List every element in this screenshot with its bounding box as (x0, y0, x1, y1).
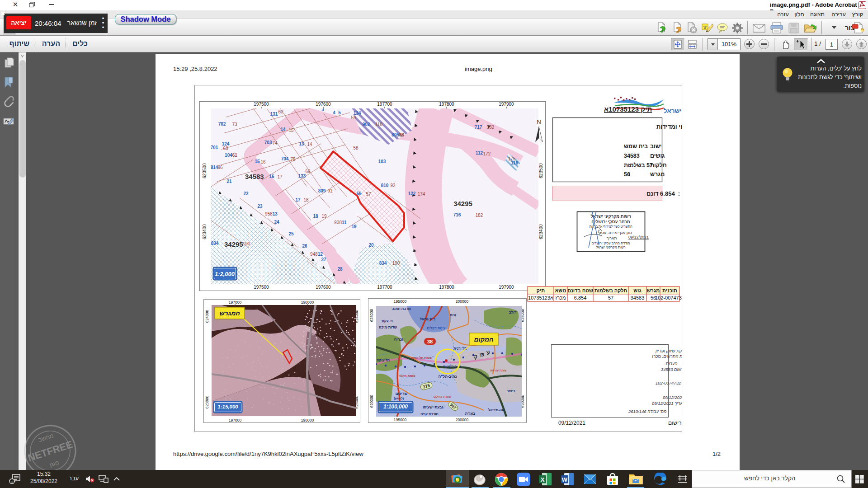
svg-text:197600: 197600 (316, 285, 331, 290)
svg-text:26: 26 (302, 244, 307, 249)
svg-text:חלקה בשלמות: חלקה בשלמות (594, 288, 627, 293)
svg-text:122: 122 (408, 191, 416, 196)
svg-text:809: 809 (318, 188, 326, 193)
svg-text:623400: 623400 (202, 224, 207, 239)
svg-text:תיק: תיק (537, 288, 545, 293)
svg-text:סגן אגף מרחב עסקי: סגן אגף מרחב עסקי (598, 230, 632, 235)
svg-text:197700: 197700 (377, 102, 392, 107)
svg-text:197000: 197000 (229, 418, 242, 422)
svg-text:56: 56 (356, 191, 362, 196)
svg-text:80588: 80588 (392, 132, 404, 137)
svg-text:ח. עקוד: ח. עקוד (381, 319, 393, 323)
svg-text:רשות מקרקעי ישראל: רשות מקרקעי ישראל (664, 108, 682, 114)
svg-text:N: N (537, 118, 541, 125)
svg-text:14: 14 (280, 127, 286, 132)
svg-text:19: 19 (351, 224, 357, 229)
svg-text:73: 73 (232, 122, 237, 127)
svg-text:1:100,000: 1:100,000 (383, 404, 408, 410)
svg-text:תוכנית: תוכנית (662, 288, 677, 293)
svg-text:20: 20 (368, 243, 374, 248)
svg-text:09/12/2021: 09/12/2021 (558, 420, 585, 426)
svg-text:1:15,000: 1:15,000 (217, 404, 238, 409)
svg-text:190: 190 (392, 261, 400, 266)
svg-text:שטח בדונם: שטח בדונם (567, 288, 593, 293)
svg-text:X: X (541, 476, 545, 483)
svg-text:200000: 200000 (456, 418, 469, 422)
svg-text:834: 834 (211, 241, 219, 246)
svg-text:מרחב עסקי ירושלים: מרחב עסקי ירושלים (591, 219, 630, 224)
svg-text:נוה-מיכאל: נוה-מיכאל (488, 408, 505, 412)
svg-text:מודדת מרחב עסקי ירושלים: מודדת מרחב עסקי ירושלים (592, 241, 630, 245)
svg-text:701: 701 (211, 145, 218, 150)
svg-text:174: 174 (418, 192, 425, 197)
svg-text:624000: 624000 (205, 310, 209, 323)
svg-text:197800: 197800 (439, 285, 454, 290)
svg-text:102-0074732: 102-0074732 (655, 295, 682, 300)
svg-text:703: 703 (264, 140, 272, 145)
svg-text:15: 15 (255, 159, 260, 164)
svg-text:56: 56 (624, 171, 630, 178)
svg-text:חורבת קנים: חורבת קנים (420, 412, 439, 416)
svg-text:197500: 197500 (254, 102, 269, 107)
svg-text:W: W (562, 476, 568, 483)
svg-text:34295: 34295 (453, 200, 472, 207)
svg-text:גבעת-ישעיהו: גבעת-ישעיהו (423, 405, 443, 409)
svg-text:17: 17 (295, 197, 301, 202)
svg-text:103: 103 (378, 159, 386, 164)
svg-text:2. התשריט הוכן ע"י מיכאל שלם: 2. התשריט הוכן ע"י מיכאל שלם בתאריך 09/1… (663, 395, 682, 400)
svg-text:תיק 10735123א: תיק 10735123א (604, 105, 652, 113)
svg-text:21: 21 (226, 179, 232, 184)
svg-text:5: 5 (338, 110, 341, 115)
svg-text:57 בשלמות: 57 בשלמות (624, 162, 653, 169)
svg-text:1. התשריט מבוסס על מפת גוש רש: 1. התשריט מבוסס על מפת גוש רשום 34583 (661, 367, 682, 372)
svg-text:197900: 197900 (499, 102, 514, 107)
svg-text:10461: 10461 (225, 153, 237, 158)
svg-text:620000: 620000 (369, 395, 374, 408)
svg-text:59: 59 (351, 115, 356, 120)
svg-text:גוש: גוש (633, 288, 641, 293)
svg-text:המקום: המקום (474, 336, 494, 343)
svg-text:623500: 623500 (202, 163, 207, 178)
svg-text:197800: 197800 (439, 102, 454, 107)
svg-text:המגרש: המגרש (219, 310, 240, 317)
svg-text:זנוח: זנוח (450, 313, 456, 317)
svg-text:(לי-און): (לי-און) (394, 397, 404, 400)
svg-text:שדות-מיכה: שדות-מיכה (379, 325, 397, 329)
svg-text:תשריט זה הוכן עפ"י הזמנה ממחלק: תשריט זה הוכן עפ"י הזמנה ממחלקת שיווק ופ… (655, 348, 682, 353)
svg-text:190: 190 (243, 241, 250, 246)
svg-text:28: 28 (337, 267, 343, 272)
svg-text:צומת עדולם: צומת עדולם (434, 395, 451, 398)
svg-text:דולב: דולב (509, 310, 517, 314)
svg-text:96: 96 (217, 165, 223, 170)
svg-text:197600: 197600 (316, 102, 331, 107)
svg-text:58: 58 (353, 145, 359, 150)
svg-text:172: 172 (483, 151, 491, 156)
svg-text:625000: 625000 (369, 309, 374, 322)
svg-text:מוגן: מוגן (49, 459, 60, 469)
svg-text:רשות מקרקעי ישראל: רשות מקרקעי ישראל (590, 214, 631, 219)
svg-text:717: 717 (475, 125, 482, 130)
svg-text:חורבת תמנה: חורבת תמנה (392, 307, 411, 311)
svg-text:מס' עבודה 2610/146: מס' עבודה 2610/146 (628, 409, 666, 414)
svg-text:הערות:: הערות: (665, 361, 677, 366)
svg-text:מגרש: מגרש (650, 171, 665, 178)
svg-text:834: 834 (379, 261, 387, 266)
svg-text:68: 68 (223, 146, 228, 151)
svg-text:74: 74 (272, 141, 278, 145)
svg-text:57: 57 (366, 192, 371, 197)
svg-text:175: 175 (508, 156, 516, 161)
svg-text:198000: 198000 (301, 418, 314, 422)
svg-text:15: 15 (288, 128, 294, 133)
svg-text:195000: 195000 (394, 418, 407, 422)
svg-text:בית שמש: בית שמש (624, 143, 648, 150)
svg-text:69: 69 (305, 169, 311, 174)
svg-text:91: 91 (327, 188, 333, 193)
svg-text:מגרש: מגרש (647, 288, 660, 293)
svg-text:6.854: 6.854 (574, 295, 587, 300)
svg-text:131: 131 (270, 112, 278, 117)
svg-text:197000: 197000 (229, 300, 242, 305)
svg-text:זכריה: זכריה (394, 337, 404, 342)
svg-text:112: 112 (476, 150, 483, 155)
svg-text:22: 22 (243, 191, 249, 196)
svg-text:93811: 93811 (334, 220, 347, 225)
